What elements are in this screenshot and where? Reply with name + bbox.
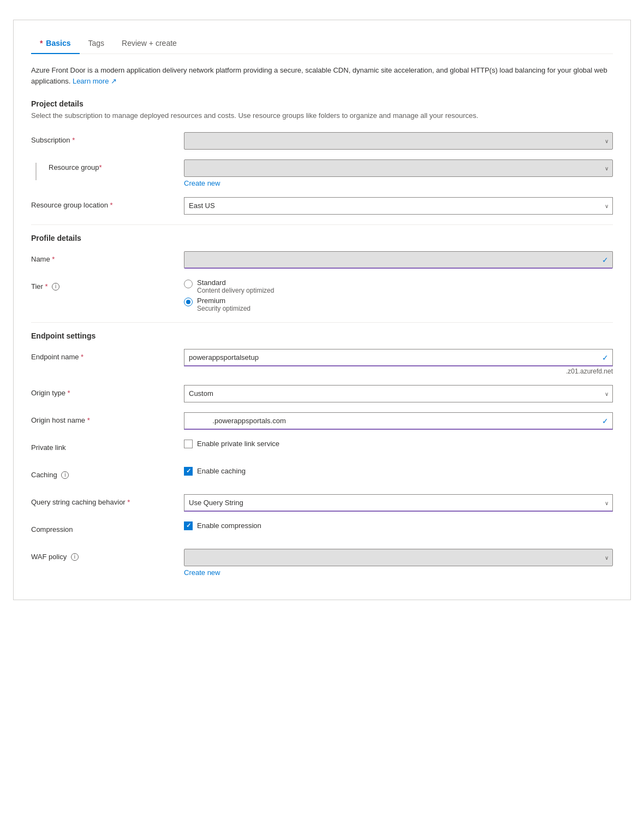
compression-checkbox-label: Enable compression: [197, 521, 261, 530]
name-row: Name * ✓: [31, 251, 613, 269]
tier-premium-radio[interactable]: [184, 298, 193, 306]
query-string-caching-control: Use Query String ∨: [184, 494, 613, 512]
endpoint-settings-title: Endpoint settings: [31, 331, 613, 340]
private-link-control: Enable private link service: [184, 440, 613, 448]
tab-review-create[interactable]: Review + create: [113, 33, 186, 54]
required-star: *: [40, 39, 45, 48]
origin-host-name-input[interactable]: .powerappsportals.com: [184, 412, 613, 430]
resource-group-location-label: Resource group location *: [31, 197, 184, 210]
endpoint-name-label: Endpoint name *: [31, 349, 184, 362]
origin-host-name-label: Origin host name *: [31, 412, 184, 425]
resource-group-location-row: Resource group location * East US ∨: [31, 197, 613, 215]
caching-checkbox-option[interactable]: Enable caching: [184, 467, 613, 476]
caching-info-icon[interactable]: i: [61, 471, 69, 479]
tier-standard-radio[interactable]: [184, 280, 193, 288]
waf-info-icon[interactable]: i: [71, 553, 79, 561]
private-link-checkbox-label: Enable private link service: [197, 440, 279, 448]
compression-checkbox[interactable]: [184, 521, 193, 530]
tier-row: Tier * i Standard Content delivery optim…: [31, 278, 613, 312]
subscription-required: *: [72, 136, 75, 144]
origin-type-control: Custom ∨: [184, 385, 613, 402]
caching-row: Caching i Enable caching: [31, 467, 613, 484]
private-link-checkbox[interactable]: [184, 440, 193, 448]
tier-premium-option[interactable]: Premium Security optimized: [184, 297, 613, 312]
resource-group-location-control: East US ∨: [184, 197, 613, 215]
tier-radio-group: Standard Content delivery optimized Prem…: [184, 278, 613, 312]
private-link-checkbox-option[interactable]: Enable private link service: [184, 440, 613, 448]
waf-policy-control: ∨ Create new: [184, 549, 613, 577]
waf-policy-row: WAF policy i ∨ Create new: [31, 549, 613, 577]
endpoint-name-input[interactable]: powerappsportalsetup: [184, 349, 613, 366]
resource-group-row: Resource group * ∨ Create new: [31, 159, 613, 187]
resource-group-label: Resource group *: [31, 159, 184, 180]
tier-premium-label: Premium: [197, 297, 251, 305]
query-string-caching-label: Query string caching behavior *: [31, 494, 184, 507]
name-control: ✓: [184, 251, 613, 269]
compression-label: Compression: [31, 521, 184, 535]
resource-group-location-dropdown-wrapper: East US ∨: [184, 197, 613, 215]
origin-type-required: *: [68, 389, 70, 397]
private-link-row: Private link Enable private link service: [31, 440, 613, 457]
external-link-icon: ↗: [111, 77, 117, 85]
subscription-label: Subscription *: [31, 132, 184, 145]
origin-type-label: Origin type *: [31, 385, 184, 398]
divider-1: [31, 224, 613, 225]
project-details-title: Project details: [31, 99, 613, 108]
name-input[interactable]: [184, 251, 613, 269]
project-details-subtitle: Select the subscription to manage deploy…: [31, 110, 613, 121]
rgl-required: *: [110, 201, 113, 209]
endpoint-name-input-wrapper: powerappsportalsetup ✓: [184, 349, 613, 366]
tier-control: Standard Content delivery optimized Prem…: [184, 278, 613, 312]
endpoint-name-check-icon: ✓: [602, 353, 609, 362]
resource-group-create-new-link[interactable]: Create new: [184, 179, 220, 187]
resource-group-control: ∨ Create new: [184, 159, 613, 187]
tier-standard-option[interactable]: Standard Content delivery optimized: [184, 278, 613, 294]
endpoint-name-row: Endpoint name * powerappsportalsetup ✓ .…: [31, 349, 613, 375]
waf-policy-dropdown[interactable]: [184, 549, 613, 566]
origin-host-check-icon: ✓: [602, 417, 609, 425]
tab-tags[interactable]: Tags: [80, 33, 114, 54]
tier-standard-sublabel: Content delivery optimized: [197, 287, 274, 294]
tab-basics[interactable]: * Basics: [31, 33, 80, 54]
compression-control: Enable compression: [184, 521, 613, 530]
origin-host-name-required: *: [87, 416, 90, 424]
subscription-row: Subscription * ∨: [31, 132, 613, 150]
resource-group-dropdown[interactable]: [184, 159, 613, 177]
resource-group-required: *: [99, 163, 102, 173]
waf-policy-dropdown-wrapper: ∨: [184, 549, 613, 566]
name-input-wrapper: ✓: [184, 251, 613, 269]
query-string-caching-dropdown[interactable]: Use Query String: [184, 494, 613, 512]
indent-line: [35, 163, 44, 180]
profile-details-title: Profile details: [31, 234, 613, 242]
waf-policy-label: WAF policy i: [31, 549, 184, 562]
compression-checkbox-option[interactable]: Enable compression: [184, 521, 613, 530]
name-check-icon: ✓: [602, 256, 609, 264]
origin-host-name-row: Origin host name * .powerappsportals.com…: [31, 412, 613, 430]
subscription-control: ∨: [184, 132, 613, 150]
subscription-dropdown[interactable]: [184, 132, 613, 150]
resource-group-location-dropdown[interactable]: East US: [184, 197, 613, 215]
tier-info-icon[interactable]: i: [52, 283, 59, 291]
learn-more-link[interactable]: Learn more ↗: [73, 77, 117, 85]
divider-2: [31, 322, 613, 323]
caching-checkbox[interactable]: [184, 467, 193, 476]
origin-type-row: Origin type * Custom ∨: [31, 385, 613, 402]
tier-required: *: [45, 282, 48, 291]
endpoint-name-required: *: [81, 353, 84, 361]
endpoint-name-control: powerappsportalsetup ✓ .z01.azurefd.net: [184, 349, 613, 375]
query-string-caching-dropdown-wrapper: Use Query String ∨: [184, 494, 613, 512]
tab-bar: * Basics Tags Review + create: [31, 33, 613, 54]
name-required: *: [52, 255, 55, 263]
caching-checkbox-label: Enable caching: [197, 467, 246, 475]
waf-policy-create-new-link[interactable]: Create new: [184, 568, 220, 577]
page-description: Azure Front Door is a modern application…: [31, 65, 613, 86]
tier-standard-labels: Standard Content delivery optimized: [197, 278, 274, 294]
tier-standard-label: Standard: [197, 278, 274, 287]
project-details-section: Project details Select the subscription …: [31, 99, 613, 121]
resource-group-dropdown-wrapper: ∨: [184, 159, 613, 177]
endpoint-name-suffix: .z01.azurefd.net: [184, 367, 613, 375]
subscription-dropdown-wrapper: ∨: [184, 132, 613, 150]
origin-type-dropdown[interactable]: Custom: [184, 385, 613, 402]
tier-premium-labels: Premium Security optimized: [197, 297, 251, 312]
origin-host-name-control: .powerappsportals.com ✓: [184, 412, 613, 430]
